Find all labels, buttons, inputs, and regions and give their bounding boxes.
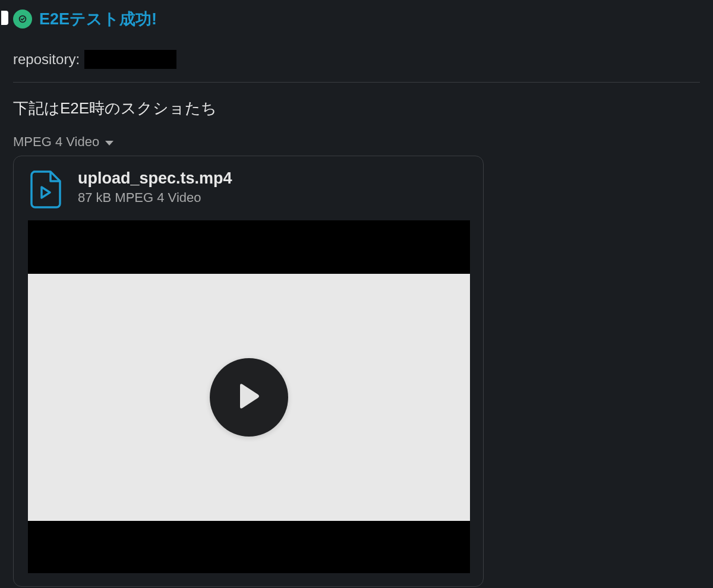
- status-title-link[interactable]: E2Eテスト成功!: [39, 8, 157, 30]
- repository-label: repository:: [13, 51, 80, 68]
- attachment-card: upload_spec.ts.mp4 87 kB MPEG 4 Video: [13, 156, 484, 587]
- success-check-icon: [13, 10, 32, 29]
- repository-redacted-value: [84, 50, 176, 69]
- divider: [13, 82, 700, 83]
- file-header: upload_spec.ts.mp4 87 kB MPEG 4 Video: [27, 169, 470, 208]
- letterbox-top: [28, 220, 470, 274]
- file-type-toggle[interactable]: MPEG 4 Video: [13, 134, 700, 150]
- file-type-label: MPEG 4 Video: [13, 134, 99, 150]
- play-icon: [238, 383, 260, 412]
- status-line: E2Eテスト成功!: [13, 5, 700, 38]
- file-meta: 87 kB MPEG 4 Video: [78, 190, 232, 206]
- file-name[interactable]: upload_spec.ts.mp4: [78, 169, 232, 188]
- video-preview[interactable]: [28, 220, 470, 573]
- section-title: 下記はE2E時のスクショたち: [13, 98, 700, 119]
- video-file-icon: [30, 170, 61, 208]
- play-button[interactable]: [210, 358, 288, 437]
- video-content-area: [28, 274, 470, 521]
- avatar-sliver: [1, 11, 8, 25]
- letterbox-bottom: [28, 521, 470, 573]
- repository-line: repository:: [13, 38, 700, 82]
- caret-down-icon: [105, 141, 113, 146]
